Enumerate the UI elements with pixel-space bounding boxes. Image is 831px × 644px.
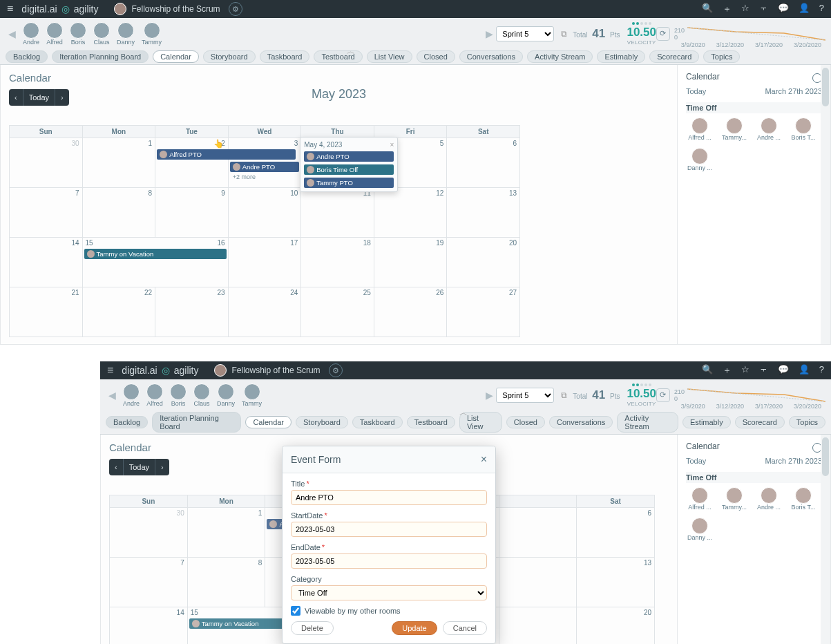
startdate-input[interactable] (291, 522, 487, 537)
timeoff-person[interactable]: Danny ... (686, 518, 714, 541)
gear-icon[interactable]: ⚙ (229, 2, 242, 16)
tab-testboard[interactable]: Testboard (314, 50, 362, 63)
day-cell[interactable]: 23 (155, 287, 229, 337)
cal-next-button[interactable]: › (155, 459, 169, 475)
day-cell[interactable]: 13 (577, 558, 655, 607)
tab-taskboard[interactable]: Taskboard (352, 416, 403, 428)
timeoff-person[interactable]: Danny ... (686, 148, 714, 171)
tab-scorecard[interactable]: Scorecard (735, 416, 785, 428)
chat-icon[interactable]: 💬 (778, 3, 789, 15)
close-icon[interactable]: × (390, 141, 394, 149)
team-member[interactable]: Claus (193, 383, 210, 407)
tab-conversations[interactable]: Conversations (549, 416, 613, 428)
puzzle-icon[interactable]: ⫟ (759, 364, 768, 377)
day-cell[interactable]: 20 (577, 607, 655, 645)
tab-closed[interactable]: Closed (417, 50, 455, 63)
tab-topics[interactable]: Topics (703, 50, 740, 63)
event-pill[interactable]: Andre PTO (230, 162, 300, 172)
tab-activity[interactable]: Activity Stream (527, 50, 593, 63)
chat-icon[interactable]: 💬 (778, 364, 789, 377)
tab-calendar[interactable]: Calendar (153, 50, 199, 63)
tab-estimably[interactable]: Estimably (682, 416, 731, 428)
tab-closed[interactable]: Closed (506, 416, 545, 428)
day-cell[interactable] (499, 558, 577, 607)
day-cell[interactable]: 14 (110, 607, 188, 645)
team-member[interactable]: Tammy (142, 22, 162, 46)
tab-calendar[interactable]: Calendar (245, 416, 292, 428)
day-cell[interactable]: 2 👆 Alfred PTO (155, 138, 229, 188)
day-cell[interactable]: 1 (82, 138, 155, 188)
timeoff-person[interactable]: Andre ... (755, 487, 783, 511)
more-events-link[interactable]: +2 more (230, 172, 300, 182)
cal-prev-button[interactable]: ‹ (109, 459, 123, 475)
vertical-scrollbar[interactable] (821, 65, 830, 344)
sprint-select[interactable]: Sprint 5 (496, 388, 554, 403)
tab-testboard[interactable]: Testboard (407, 416, 455, 428)
search-icon[interactable]: 🔍 (702, 364, 713, 377)
gear-icon[interactable]: ⚙ (329, 363, 343, 377)
sprint-select[interactable]: Sprint 5 (496, 26, 554, 41)
viewable-checkbox[interactable] (291, 606, 300, 616)
tab-storyboard[interactable]: Storyboard (296, 416, 348, 428)
team-member[interactable]: Boris (70, 22, 86, 46)
day-cell[interactable]: 9 (155, 188, 229, 238)
cancel-button[interactable]: Cancel (443, 621, 487, 635)
event-pill[interactable]: Boris Time Off (304, 164, 394, 175)
user-icon[interactable]: 👤 (799, 364, 810, 377)
team-scroll-right-icon[interactable]: ▶ (483, 390, 496, 401)
tab-storyboard[interactable]: Storyboard (203, 50, 256, 63)
project-crumb[interactable]: Fellowship of the Scrum (114, 3, 220, 15)
tab-conversations[interactable]: Conversations (459, 50, 523, 63)
cal-next-button[interactable]: › (55, 89, 69, 106)
user-icon[interactable]: 👤 (799, 3, 810, 15)
day-cell[interactable]: 20 (447, 238, 520, 287)
timeoff-person[interactable]: Tammy... (720, 487, 748, 511)
tab-taskboard[interactable]: Taskboard (260, 50, 310, 63)
timeoff-person[interactable]: Andre ... (755, 117, 783, 141)
star-icon[interactable]: ☆ (741, 3, 749, 15)
day-cell[interactable]: 8 (82, 188, 155, 238)
tab-backlog[interactable]: Backlog (106, 416, 148, 428)
plus-icon[interactable]: ＋ (723, 3, 732, 15)
event-pill[interactable]: Andre PTO (304, 151, 394, 162)
day-cell[interactable]: 25 (301, 287, 374, 337)
day-cell[interactable]: 26 (374, 287, 447, 337)
day-cell[interactable] (499, 607, 577, 645)
day-cell[interactable]: 6 (447, 138, 520, 188)
scrollbar-thumb[interactable] (822, 68, 829, 106)
chevron-up-icon[interactable]: ︿ (347, 46, 355, 57)
timeoff-person[interactable]: Boris T... (790, 117, 817, 141)
team-member[interactable]: Danny (217, 383, 235, 407)
tab-estimably[interactable]: Estimably (597, 50, 645, 63)
day-cell[interactable]: 7 (110, 558, 188, 607)
event-pill[interactable]: Tammy PTO (304, 178, 394, 188)
puzzle-icon[interactable]: ⫟ (759, 3, 768, 15)
refresh-icon[interactable]: ⟳ (656, 27, 670, 41)
cal-today-button[interactable]: Today (123, 459, 155, 475)
day-cell[interactable]: 11 (301, 188, 374, 238)
team-scroll-right-icon[interactable]: ▶ (483, 28, 496, 39)
team-member[interactable]: Andre (23, 22, 39, 46)
viewable-checkbox-row[interactable]: Viewable by my other rooms (291, 606, 487, 616)
vertical-scrollbar[interactable] (821, 435, 830, 644)
day-cell[interactable]: 14 (10, 238, 83, 287)
chevron-up-icon[interactable]: ︿ (459, 407, 468, 419)
timeoff-person[interactable]: Boris T... (790, 487, 817, 511)
team-member[interactable]: Tammy (242, 383, 262, 407)
team-member[interactable]: Danny (117, 22, 135, 46)
team-member[interactable]: Alfred (46, 22, 63, 46)
tab-ipb[interactable]: Iteration Planning Board (152, 412, 241, 433)
day-cell[interactable]: 30 (110, 508, 188, 558)
category-select[interactable]: Time Off (291, 585, 487, 600)
search-icon[interactable]: 🔍 (702, 3, 713, 15)
event-pill[interactable]: Tammy on Vacation (84, 249, 227, 259)
day-cell[interactable]: 6 (577, 508, 655, 558)
team-member[interactable]: Claus (93, 22, 110, 46)
tab-backlog[interactable]: Backlog (6, 50, 48, 63)
hamburger-icon[interactable]: ≡ (7, 3, 13, 15)
day-cell[interactable]: 7 (10, 188, 83, 238)
help-icon[interactable]: ? (819, 364, 824, 377)
cal-prev-button[interactable]: ‹ (9, 89, 23, 106)
day-cell[interactable]: 21 (10, 287, 83, 337)
tab-ipb[interactable]: Iteration Planning Board (52, 50, 149, 63)
